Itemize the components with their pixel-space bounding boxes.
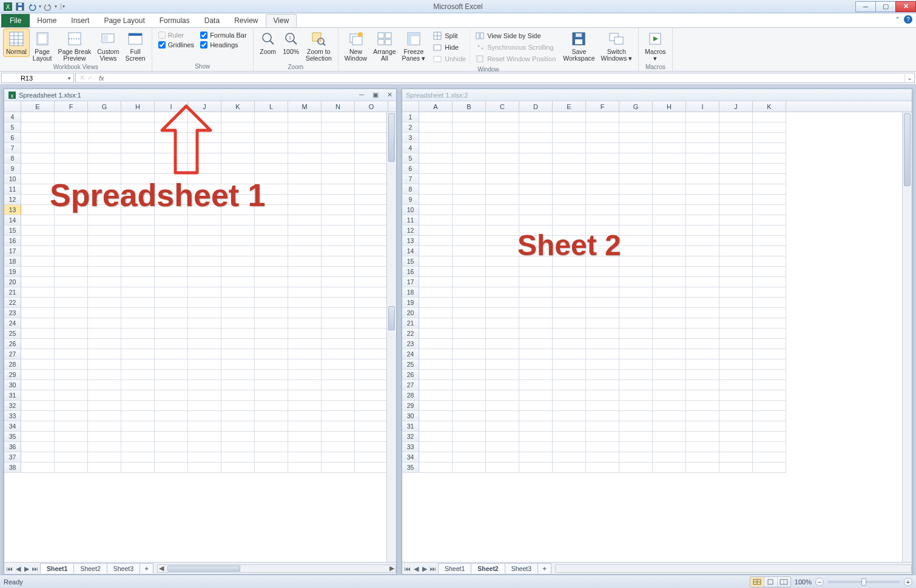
cell[interactable] bbox=[619, 390, 653, 401]
cell[interactable] bbox=[453, 349, 486, 359]
cell[interactable] bbox=[719, 236, 753, 246]
cell[interactable] bbox=[322, 329, 355, 339]
cell[interactable] bbox=[586, 421, 619, 432]
cell[interactable] bbox=[453, 133, 486, 143]
row-header[interactable]: 7 bbox=[4, 143, 21, 153]
cell[interactable] bbox=[519, 174, 553, 184]
cell[interactable] bbox=[519, 215, 553, 226]
cell[interactable] bbox=[419, 226, 453, 236]
cell[interactable] bbox=[619, 421, 653, 432]
cell[interactable] bbox=[188, 463, 221, 473]
cell[interactable] bbox=[586, 442, 619, 452]
cell[interactable] bbox=[486, 256, 519, 267]
cell[interactable] bbox=[686, 184, 719, 195]
cell[interactable] bbox=[21, 329, 55, 339]
cell[interactable] bbox=[419, 380, 453, 390]
cell[interactable] bbox=[553, 133, 586, 143]
cell[interactable] bbox=[586, 267, 619, 277]
cell[interactable] bbox=[686, 463, 719, 473]
page-layout-button[interactable]: Page Layout bbox=[30, 29, 55, 63]
formula-bar-checkbox[interactable]: Formula Bar bbox=[200, 32, 247, 39]
cell[interactable] bbox=[586, 401, 619, 411]
cell[interactable] bbox=[719, 226, 753, 236]
cell[interactable] bbox=[221, 298, 255, 308]
cell[interactable] bbox=[21, 452, 55, 463]
sheet-tab-sheet3[interactable]: Sheet3 bbox=[505, 563, 538, 573]
cell[interactable] bbox=[419, 267, 453, 277]
cell[interactable] bbox=[719, 267, 753, 277]
cell[interactable] bbox=[121, 432, 155, 442]
cell[interactable] bbox=[553, 442, 586, 452]
cell[interactable] bbox=[121, 329, 155, 339]
cell[interactable] bbox=[322, 463, 355, 473]
cell[interactable] bbox=[288, 143, 322, 153]
row-header[interactable]: 25 bbox=[4, 329, 21, 339]
formula-input[interactable] bbox=[107, 75, 904, 82]
cell[interactable] bbox=[255, 133, 288, 143]
cell[interactable] bbox=[221, 153, 255, 164]
cell[interactable] bbox=[753, 195, 786, 205]
cell[interactable] bbox=[155, 174, 188, 184]
cell[interactable] bbox=[221, 390, 255, 401]
cell[interactable] bbox=[55, 164, 88, 174]
cell[interactable] bbox=[322, 421, 355, 432]
row-header[interactable]: 11 bbox=[4, 184, 21, 195]
cell[interactable] bbox=[653, 226, 686, 236]
cell[interactable] bbox=[88, 236, 121, 246]
cell[interactable] bbox=[553, 411, 586, 421]
cell[interactable] bbox=[719, 359, 753, 370]
cell[interactable] bbox=[255, 432, 288, 442]
sync-scroll-button[interactable]: Synchronous Scrolling bbox=[474, 42, 557, 53]
tab-insert[interactable]: Insert bbox=[64, 14, 96, 27]
full-screen-button[interactable]: Full Screen bbox=[123, 29, 147, 63]
cell[interactable] bbox=[188, 236, 221, 246]
cell[interactable] bbox=[255, 463, 288, 473]
cell[interactable] bbox=[686, 267, 719, 277]
cell[interactable] bbox=[753, 143, 786, 153]
cell[interactable] bbox=[188, 267, 221, 277]
cell[interactable] bbox=[88, 339, 121, 349]
cell[interactable] bbox=[486, 401, 519, 411]
cell[interactable] bbox=[188, 370, 221, 380]
cell[interactable] bbox=[55, 390, 88, 401]
cell[interactable] bbox=[355, 267, 388, 277]
cell[interactable] bbox=[553, 401, 586, 411]
cell[interactable] bbox=[653, 236, 686, 246]
tab-nav-next-1[interactable]: ▶ bbox=[22, 565, 31, 572]
cell[interactable] bbox=[686, 256, 719, 267]
row-header[interactable]: 38 bbox=[4, 463, 21, 473]
cell[interactable] bbox=[355, 359, 388, 370]
cell[interactable] bbox=[486, 164, 519, 174]
col-header[interactable]: I bbox=[155, 101, 188, 112]
cell[interactable] bbox=[21, 339, 55, 349]
cell[interactable] bbox=[21, 463, 55, 473]
cell[interactable] bbox=[322, 298, 355, 308]
cell[interactable] bbox=[121, 349, 155, 359]
cell[interactable] bbox=[586, 308, 619, 318]
cell[interactable] bbox=[55, 349, 88, 359]
cell[interactable] bbox=[355, 112, 388, 122]
cell[interactable] bbox=[88, 256, 121, 267]
cell[interactable] bbox=[355, 143, 388, 153]
cell[interactable] bbox=[419, 359, 453, 370]
cell[interactable] bbox=[155, 463, 188, 473]
cell[interactable] bbox=[586, 215, 619, 226]
cell[interactable] bbox=[519, 143, 553, 153]
cell[interactable] bbox=[121, 112, 155, 122]
cell[interactable] bbox=[653, 390, 686, 401]
cell[interactable] bbox=[188, 164, 221, 174]
cell[interactable] bbox=[419, 308, 453, 318]
cell[interactable] bbox=[188, 349, 221, 359]
cell[interactable] bbox=[221, 226, 255, 236]
cell[interactable] bbox=[155, 329, 188, 339]
tab-view[interactable]: View bbox=[266, 14, 297, 27]
row-header[interactable]: 4 bbox=[402, 143, 419, 153]
cell[interactable] bbox=[653, 246, 686, 256]
col-header[interactable]: G bbox=[88, 101, 121, 112]
cell[interactable] bbox=[453, 442, 486, 452]
sheet-tab-sheet1[interactable]: Sheet1 bbox=[40, 563, 74, 573]
cell[interactable] bbox=[55, 256, 88, 267]
cell[interactable] bbox=[719, 174, 753, 184]
cell[interactable] bbox=[288, 215, 322, 226]
cell[interactable] bbox=[486, 174, 519, 184]
